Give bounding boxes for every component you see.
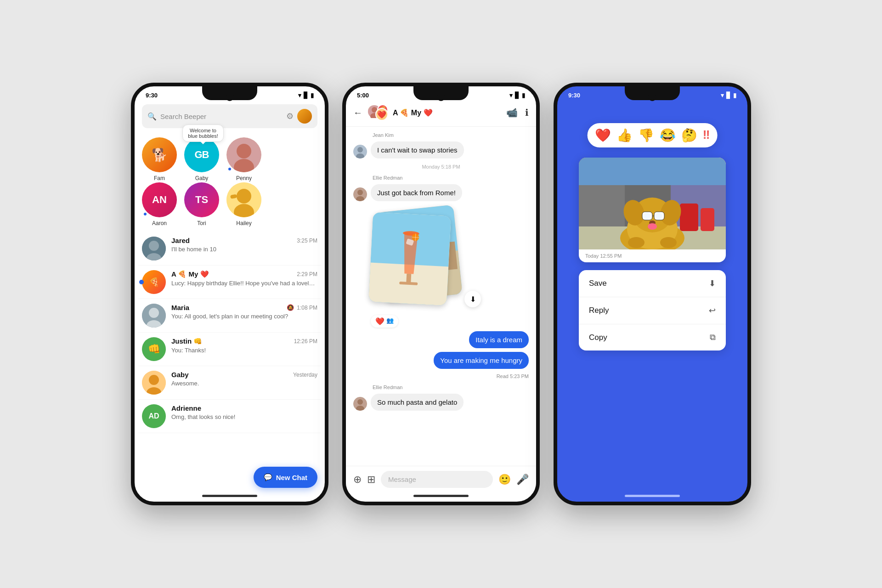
chat-item-group[interactable]: 🍕 A 🍕 My ❤️ 2:29 PM Lucy: Happy birthday…: [138, 266, 321, 299]
chat-header-maria: Maria 🔕 1:08 PM: [171, 304, 317, 311]
new-chat-button[interactable]: 💬 New Chat: [254, 467, 317, 488]
svg-point-66: [643, 213, 650, 219]
signal-icon2: ▊: [515, 92, 520, 99]
chat-time-gaby2: Yesterday: [293, 372, 317, 378]
story-gaby[interactable]: Welcome toblue bubbles! GB Gaby: [184, 137, 219, 181]
message-input[interactable]: Message: [381, 471, 493, 488]
emoji-laugh[interactable]: 😂: [660, 128, 676, 143]
chat-preview-maria: You: All good, let's plan in our meeting…: [171, 313, 317, 320]
story-hailey-name: Hailey: [236, 220, 251, 226]
stories-row: 🐕 Fam Welcome toblue bubbles! GB Gaby: [135, 132, 325, 187]
emoji-think[interactable]: 🤔: [681, 128, 697, 143]
svg-point-20: [357, 147, 363, 153]
chat-header-justin: Justin 👊 12:26 PM: [171, 337, 317, 345]
video-call-icon[interactable]: 📹: [506, 107, 518, 118]
phone1-home-indicator: [202, 495, 257, 497]
story-tori[interactable]: TS Tori: [184, 182, 219, 226]
dog-photo-card: Today 12:55 PM: [579, 158, 726, 262]
search-placeholder: Search Beeper: [160, 113, 283, 120]
msg-row-own2: You are making me hungry: [353, 352, 529, 369]
story-aaron[interactable]: AN Aaron: [142, 182, 177, 226]
story-hailey-avatar: [226, 182, 261, 217]
svg-point-71: [660, 237, 677, 248]
phone1-notch: [202, 86, 257, 100]
phone2-time: 5:00: [357, 92, 369, 99]
story-fam-avatar: 🐕: [142, 137, 177, 172]
msg-bubble-own2: You are making me hungry: [434, 352, 529, 369]
chat-item-adrienne[interactable]: AD Adrienne Omg, that looks so nice!: [138, 400, 321, 433]
image-icon[interactable]: ⊞: [367, 474, 375, 486]
signal-icon3: ▊: [726, 92, 731, 99]
search-bar[interactable]: 🔍 Search Beeper ⚙: [142, 104, 317, 128]
msg-bubble-own1: Italy is a dream: [469, 331, 529, 348]
chat-time-maria: 1:08 PM: [297, 305, 317, 311]
chat-avatar-justin: 👊: [142, 337, 166, 361]
back-button[interactable]: ←: [353, 107, 362, 118]
add-icon[interactable]: ⊕: [353, 474, 362, 486]
phone3-camera: [648, 93, 656, 101]
context-reply-label: Reply: [589, 306, 609, 315]
stories-row2: AN Aaron TS Tori: [135, 182, 325, 232]
chat-header-gaby2: Gaby Yesterday: [171, 371, 317, 379]
image-card-front: [368, 212, 451, 306]
story-penny-name: Penny: [236, 175, 252, 181]
story-penny[interactable]: Penny: [226, 137, 261, 181]
emoji-thumbsup[interactable]: 👍: [616, 128, 633, 143]
chat-avatar-jared: [142, 237, 166, 260]
wifi-icon3: ▾: [721, 92, 724, 99]
reaction-bar: ❤️ 👥: [371, 315, 398, 328]
chat-item-jared[interactable]: Jared 3:25 PM I'll be home in 10: [138, 232, 321, 266]
emoji-thumbsdown[interactable]: 👎: [638, 128, 654, 143]
svg-point-8: [149, 241, 159, 251]
search-icon: 🔍: [147, 112, 157, 121]
emoji-exclaim[interactable]: ‼️: [703, 128, 710, 143]
signal-icon: ▊: [304, 92, 308, 99]
phone3-status-icons: ▾ ▊ ▮: [721, 92, 736, 99]
chat-name-justin: Justin 👊: [171, 337, 202, 345]
settings-icon[interactable]: ⚙: [286, 111, 294, 121]
phone2-home-indicator: [413, 495, 469, 497]
group-av2: ❤️: [375, 108, 388, 121]
chat-actions: 📹 ℹ: [506, 107, 529, 118]
reply-icon: ↩: [709, 305, 716, 316]
chat-content-maria: Maria 🔕 1:08 PM You: All good, let's pla…: [171, 304, 317, 320]
mute-icon: 🔕: [287, 304, 294, 311]
info-icon[interactable]: ℹ: [525, 107, 529, 118]
context-save[interactable]: Save ⬇: [579, 270, 726, 297]
chat-item-maria[interactable]: Maria 🔕 1:08 PM You: All good, let's pla…: [138, 299, 321, 333]
profile-avatar[interactable]: [297, 109, 312, 124]
chat-avatar-adrienne: AD: [142, 404, 166, 428]
new-chat-label: New Chat: [276, 474, 307, 481]
story-fam[interactable]: 🐕 Fam: [142, 137, 177, 181]
phone1-time: 9:30: [146, 92, 158, 99]
messages-area: Jean Kim I can't wait to swap stories Mo…: [346, 127, 536, 482]
context-reply[interactable]: Reply ↩: [579, 297, 726, 324]
phone1-status-icons: ▾ ▊ ▮: [298, 92, 314, 99]
emoji-icon[interactable]: 🙂: [498, 474, 511, 486]
chat-avatar-maria: [142, 304, 166, 328]
story-aaron-name: Aaron: [152, 220, 167, 226]
svg-point-67: [655, 213, 662, 219]
context-copy[interactable]: Copy ⧉: [579, 324, 726, 351]
penny-unread-dot: [227, 167, 232, 171]
timestamp-monday: Monday 5:18 PM: [353, 164, 529, 170]
dog-timestamp: Today 12:55 PM: [579, 249, 726, 262]
chat-header-jared: Jared 3:25 PM: [171, 237, 317, 244]
msg-av-ellie2: [353, 397, 367, 411]
chat-preview-group: Lucy: Happy birthday Ellie!! Hope you've…: [171, 280, 317, 287]
chat-item-gaby2[interactable]: Gaby Yesterday Awesome.: [138, 366, 321, 400]
phone3-home-indicator: [625, 495, 680, 497]
wifi-icon: ▾: [298, 92, 301, 99]
msg-row-own1: Italy is a dream: [353, 331, 529, 348]
chat-header-adrienne: Adrienne: [171, 404, 317, 412]
reaction-users: 👥: [386, 317, 394, 326]
emoji-heart[interactable]: ❤️: [595, 128, 611, 143]
sender-label-ellie1: Ellie Redman: [373, 175, 529, 181]
mic-icon[interactable]: 🎤: [516, 474, 529, 486]
story-hailey[interactable]: Hailey: [226, 182, 261, 226]
svg-rect-55: [701, 208, 714, 231]
download-button[interactable]: ⬇: [464, 291, 481, 307]
msg-row-jean: I can't wait to swap stories: [353, 141, 529, 158]
chat-item-justin[interactable]: 👊 Justin 👊 12:26 PM You: Thanks!: [138, 333, 321, 366]
svg-point-45: [357, 399, 363, 405]
